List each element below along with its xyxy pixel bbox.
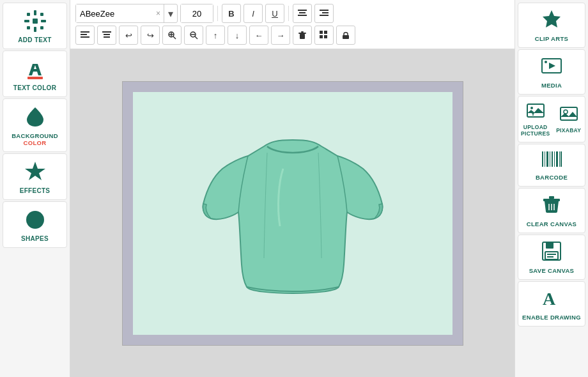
sidebar-label-effects: EFFECTS: [20, 187, 50, 194]
font-select-wrap: × ▾: [75, 4, 178, 23]
sidebar-label-add-text: ADD TEXT: [18, 36, 51, 43]
text-color-icon: [22, 56, 48, 82]
svg-rect-18: [81, 31, 89, 33]
svg-rect-62: [545, 252, 558, 259]
toolbar-row-1: × ▾ B I U: [75, 4, 509, 23]
svg-rect-48: [546, 151, 548, 167]
right-item-upload-pixabay: UPLOAD PICTURES PIXABAY: [518, 96, 585, 142]
zoom-in-btn[interactable]: [162, 26, 182, 45]
clear-canvas-icon: [541, 194, 562, 218]
pixabay-icon: [560, 105, 578, 125]
canvas-inner[interactable]: [133, 92, 453, 335]
right-item-clip-arts[interactable]: CLIP ARTS: [518, 3, 585, 48]
sidebar-label-background-color: BACKGROUNDCOLOR: [12, 132, 58, 146]
svg-rect-47: [545, 151, 545, 167]
svg-rect-16: [322, 12, 329, 13]
svg-rect-46: [542, 151, 543, 167]
grid-btn[interactable]: [314, 26, 334, 45]
delete-btn[interactable]: [293, 26, 312, 45]
canvas-outer: [122, 81, 463, 346]
svg-rect-31: [300, 34, 305, 39]
align-right-button[interactable]: [314, 4, 334, 23]
right-label-media: MEDIA: [541, 82, 562, 89]
right-label-save-canvas: SAVE CANVAS: [529, 267, 575, 274]
enable-drawing-icon: A: [541, 287, 562, 311]
svg-rect-19: [81, 34, 87, 35]
svg-rect-12: [298, 10, 307, 11]
svg-rect-21: [102, 31, 111, 33]
svg-rect-7: [27, 26, 30, 29]
left-sidebar: ADD TEXT TEXT COLOR BACKGROUNDCOLOR EF: [0, 0, 70, 377]
sidebar-item-text-color[interactable]: TEXT COLOR: [3, 50, 67, 97]
svg-rect-17: [320, 15, 329, 16]
svg-rect-15: [320, 10, 329, 11]
align-center-button[interactable]: [293, 4, 312, 23]
font-close-btn[interactable]: ×: [153, 9, 164, 18]
svg-rect-1: [34, 27, 36, 32]
align-left-btn[interactable]: [75, 26, 95, 45]
font-size-input[interactable]: [181, 4, 213, 22]
right-item-save-canvas[interactable]: SAVE CANVAS: [518, 235, 585, 280]
sidebar-item-shapes[interactable]: SHAPES: [3, 201, 67, 248]
lock-btn[interactable]: [336, 26, 355, 45]
svg-rect-56: [549, 196, 554, 199]
sidebar-item-effects[interactable]: EFFECTS: [3, 153, 67, 200]
right-item-clear-canvas[interactable]: CLEAR CANVAS: [518, 188, 585, 233]
svg-rect-2: [24, 20, 29, 22]
svg-line-25: [173, 36, 176, 39]
svg-rect-3: [41, 20, 46, 22]
right-item-media[interactable]: MEDIA: [518, 49, 585, 95]
barcode-icon: [541, 150, 562, 171]
svg-rect-5: [27, 13, 30, 16]
sidebar-item-add-text[interactable]: ADD TEXT: [3, 3, 67, 49]
right-item-barcode[interactable]: BARCODE: [518, 144, 585, 187]
save-canvas-icon: [541, 240, 562, 265]
italic-button[interactable]: I: [244, 4, 263, 23]
move-right-btn[interactable]: →: [271, 26, 290, 45]
canvas-container[interactable]: [70, 49, 514, 377]
separator-2: [288, 6, 289, 21]
sidebar-item-background-color[interactable]: BACKGROUNDCOLOR: [3, 98, 67, 152]
svg-rect-52: [556, 151, 558, 167]
right-item-enable-drawing[interactable]: A ENABLE DRAWING: [518, 281, 585, 327]
sidebar-label-shapes: SHAPES: [21, 235, 49, 242]
effects-icon: [22, 159, 48, 185]
svg-rect-54: [561, 151, 562, 167]
svg-rect-23: [104, 36, 110, 38]
svg-text:A: A: [543, 289, 556, 309]
right-label-barcode: BARCODE: [536, 174, 568, 181]
svg-rect-63: [547, 254, 556, 255]
underline-button[interactable]: U: [265, 4, 284, 23]
svg-rect-53: [559, 151, 560, 167]
svg-rect-35: [324, 31, 327, 34]
undo-btn[interactable]: ↩: [119, 26, 138, 45]
align-justify-btn[interactable]: [97, 26, 116, 45]
font-size-wrap: [180, 4, 213, 23]
bold-button[interactable]: B: [222, 4, 241, 23]
svg-rect-38: [343, 35, 349, 39]
svg-rect-9: [27, 77, 43, 79]
move-up-btn[interactable]: ↑: [206, 26, 225, 45]
svg-point-41: [545, 61, 547, 63]
svg-line-29: [195, 36, 197, 39]
zoom-out-btn[interactable]: [184, 26, 203, 45]
right-label-clear-canvas: CLEAR CANVAS: [527, 220, 576, 227]
move-down-btn[interactable]: ↓: [228, 26, 247, 45]
svg-rect-42: [527, 104, 544, 117]
svg-rect-20: [81, 36, 89, 38]
move-left-btn[interactable]: ←: [249, 26, 268, 45]
font-dropdown-btn[interactable]: ▾: [164, 4, 177, 22]
redo-btn[interactable]: ↪: [141, 26, 160, 45]
sidebar-label-text-color: TEXT COLOR: [13, 84, 56, 91]
svg-rect-32: [298, 33, 306, 34]
svg-rect-14: [298, 15, 307, 16]
svg-marker-40: [549, 63, 555, 69]
svg-rect-49: [550, 151, 550, 167]
sub-item-pixabay[interactable]: PIXABAY: [555, 105, 582, 134]
svg-rect-8: [40, 26, 43, 29]
font-name-input[interactable]: [76, 4, 153, 22]
sub-item-upload[interactable]: UPLOAD PICTURES: [521, 102, 550, 137]
svg-rect-61: [546, 242, 553, 249]
svg-rect-44: [561, 107, 577, 120]
svg-rect-0: [34, 10, 36, 15]
